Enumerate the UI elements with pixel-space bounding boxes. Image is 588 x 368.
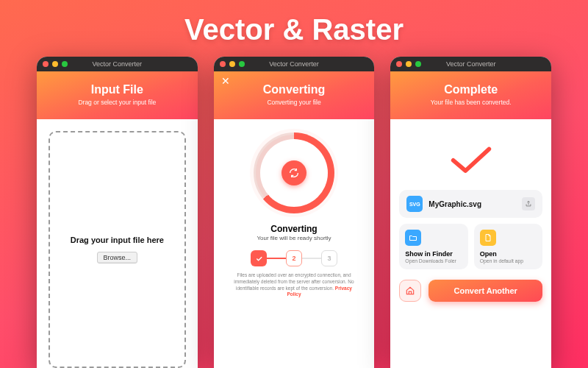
refresh-icon xyxy=(282,160,306,185)
header-input: Input File Drag or select your input fil… xyxy=(37,71,198,119)
header-complete: Complete Your file has been converted. xyxy=(390,71,551,119)
window-input: Vector Converter Input File Drag or sele… xyxy=(37,57,198,368)
step-2: 2 xyxy=(286,250,302,266)
hero-title: Vector & Raster xyxy=(184,13,404,46)
status-subtitle: Your file will be ready shortly xyxy=(223,235,366,241)
card-subtitle: Open in default app xyxy=(480,258,537,263)
window-title: Vector Converter xyxy=(37,60,198,68)
window-converting: Vector Converter ✕ Converting Converting… xyxy=(214,57,375,368)
home-button[interactable] xyxy=(399,280,421,302)
header-title: Complete xyxy=(398,83,544,96)
window-title: Vector Converter xyxy=(390,60,551,68)
output-file-card[interactable]: SVG MyGraphic.svg xyxy=(399,190,542,218)
titlebar: Vector Converter xyxy=(37,57,198,71)
header-subtitle: Your file has been converted. xyxy=(398,99,544,106)
fine-print: Files are uploaded over an encrypted con… xyxy=(223,272,366,298)
header-subtitle: Converting your file xyxy=(221,99,368,106)
success-check-icon xyxy=(399,141,542,177)
windows-row: Vector Converter Input File Drag or sele… xyxy=(0,57,588,368)
file-type-icon: SVG xyxy=(406,196,423,212)
file-dropzone[interactable]: Drag your input file here Browse... xyxy=(49,131,186,368)
progress-steps: 2 3 xyxy=(223,250,366,266)
window-title: Vector Converter xyxy=(214,60,375,68)
card-title: Open xyxy=(480,250,537,258)
header-subtitle: Drag or select your input file xyxy=(44,99,190,106)
header-title: Input File xyxy=(44,83,190,96)
folder-icon xyxy=(405,230,421,246)
show-in-finder-button[interactable]: Show in Finder Open Downloads Foler xyxy=(399,224,467,269)
step-1 xyxy=(251,250,267,266)
progress-ring xyxy=(254,132,334,213)
titlebar: Vector Converter xyxy=(214,57,375,71)
dropzone-message: Drag your input file here xyxy=(71,236,164,244)
window-complete: Vector Converter Complete Your file has … xyxy=(390,57,551,368)
open-file-button[interactable]: Open Open in default app xyxy=(474,224,542,269)
header-converting: ✕ Converting Converting your file xyxy=(214,71,375,119)
status-title: Converting xyxy=(223,224,366,234)
step-3: 3 xyxy=(321,250,337,266)
card-subtitle: Open Downloads Foler xyxy=(405,258,462,263)
output-file-name: MyGraphic.svg xyxy=(429,200,516,208)
share-icon[interactable] xyxy=(522,197,535,210)
browse-button[interactable]: Browse... xyxy=(97,252,138,263)
header-title: Converting xyxy=(221,83,368,96)
card-title: Show in Finder xyxy=(405,250,462,258)
document-icon xyxy=(480,230,496,246)
convert-another-button[interactable]: Convert Another xyxy=(429,280,542,302)
close-icon[interactable]: ✕ xyxy=(221,75,230,87)
titlebar: Vector Converter xyxy=(390,57,551,71)
